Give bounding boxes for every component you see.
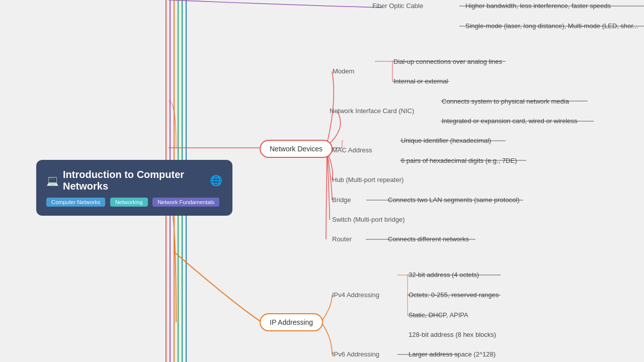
ipv6-node: IPv6 Addressing: [332, 349, 379, 358]
hub-node: Hub (Multi-port repeater): [332, 175, 404, 184]
ip-addressing-node[interactable]: IP Addressing: [260, 313, 323, 331]
tag-container: Computer Networks Networking Network Fun…: [46, 197, 222, 207]
modem-child2: Internal or external: [393, 76, 448, 85]
modem-node: Modem: [333, 66, 354, 75]
ipv6-child2: Larger address space (2^128): [409, 349, 496, 358]
switch-node: Switch (Multi-port bridge): [332, 215, 405, 224]
nic-child2: Integrated or expansion card, wired or w…: [442, 116, 578, 125]
router-child1: Connects different networks: [388, 234, 469, 243]
fiber-optic-child1: Higher bandwidth, less interference, fas…: [465, 1, 611, 10]
info-card: 💻 Introduction to Computer Networks 🌐 Co…: [36, 160, 232, 216]
mac-child2: 6 pairs of hexadecimal digits (e.g., 7DE…: [401, 156, 517, 165]
card-title: 💻 Introduction to Computer Networks 🌐: [46, 169, 222, 192]
ipv4-node: IPv4 Addressing: [332, 290, 379, 299]
mind-map-canvas: Fiber Optic Cable Higher bandwidth, less…: [0, 0, 644, 362]
fiber-optic-child2: Single-mode (laser, long distance), Mult…: [465, 21, 638, 30]
network-devices-node[interactable]: Network Devices: [260, 140, 333, 158]
laptop-icon: 💻: [46, 174, 59, 187]
router-node: Router: [332, 234, 352, 243]
bridge-node: Bridge: [332, 195, 351, 204]
globe-icon: 🌐: [210, 174, 222, 187]
tag-computer-networks[interactable]: Computer Networks: [46, 198, 105, 207]
fiber-optic-node: Fiber Optic Cable: [372, 1, 423, 10]
mac-node: MAC Address: [332, 145, 372, 154]
ipv4-child1: 32-bit address (4 octets): [409, 270, 479, 279]
modem-child1: Dial-up connections over analog lines: [393, 57, 502, 66]
nic-node: Network Interface Card (NIC): [330, 106, 414, 115]
tag-network-fundamentals[interactable]: Network Fundamentals: [152, 198, 219, 207]
nic-child1: Connects system to physical network medi…: [442, 97, 569, 106]
ipv4-child2: Octets: 0-255, reserved ranges: [409, 290, 499, 299]
ipv4-child3: Static, DHCP, APIPA: [409, 310, 468, 319]
mac-child1: Unique identifier (hexadecimal): [401, 136, 491, 145]
ipv6-child1: 128-bit address (8 hex blocks): [409, 330, 496, 339]
tag-networking[interactable]: Networking: [110, 198, 148, 207]
bridge-child1: Connects two LAN segments (same protocol…: [388, 195, 520, 204]
